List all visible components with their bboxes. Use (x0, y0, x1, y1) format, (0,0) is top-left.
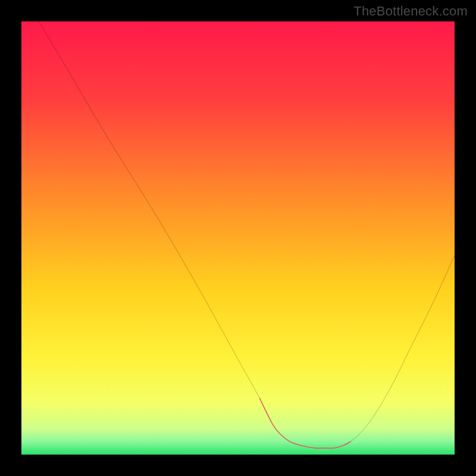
chart-area (21, 21, 455, 455)
watermark-text: TheBottleneck.com (353, 4, 468, 19)
chart-svg (21, 21, 455, 455)
